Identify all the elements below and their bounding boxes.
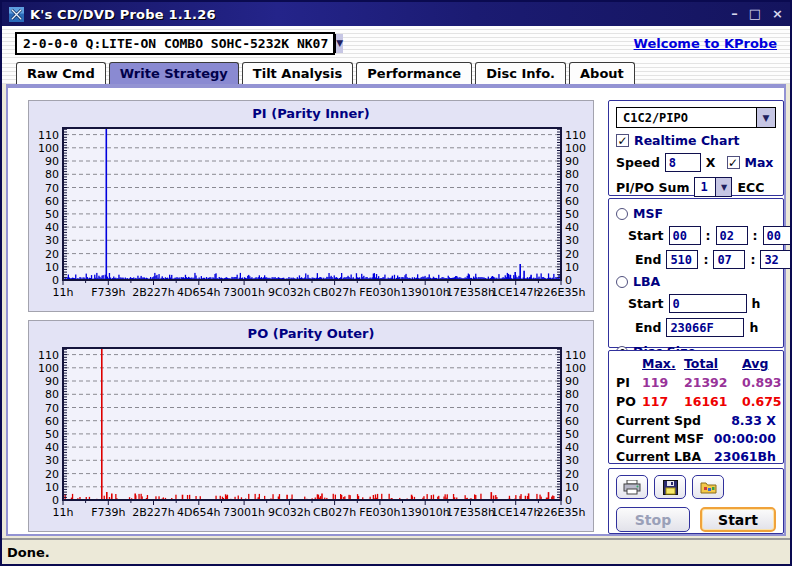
svg-text:60: 60 bbox=[565, 195, 579, 208]
minimize-button[interactable]: – bbox=[731, 7, 738, 21]
lba-start-label: Start bbox=[628, 296, 664, 311]
svg-text:11h: 11h bbox=[53, 506, 74, 519]
current-msf-label: Current MSF bbox=[616, 431, 704, 446]
svg-text:70: 70 bbox=[45, 182, 59, 195]
max-checkbox[interactable] bbox=[727, 156, 740, 169]
svg-text:40: 40 bbox=[45, 441, 59, 454]
svg-text:80: 80 bbox=[45, 168, 59, 181]
welcome-link[interactable]: Welcome to KProbe bbox=[634, 36, 777, 51]
msf-end-min-input[interactable] bbox=[666, 250, 698, 269]
svg-text:10: 10 bbox=[45, 261, 59, 274]
svg-text:9C032h: 9C032h bbox=[268, 506, 311, 519]
svg-text:20: 20 bbox=[565, 468, 579, 481]
chevron-down-icon[interactable]: ▼ bbox=[756, 108, 775, 127]
svg-text:50: 50 bbox=[45, 428, 59, 441]
speed-label: Speed bbox=[616, 155, 660, 170]
app-icon bbox=[9, 7, 24, 22]
realtime-chart-checkbox[interactable] bbox=[616, 134, 629, 147]
lba-end-input[interactable] bbox=[666, 318, 744, 337]
current-lba-value: 23061Bh bbox=[714, 449, 776, 464]
tab-about[interactable]: About bbox=[569, 62, 635, 84]
msf-start-sec-input[interactable] bbox=[716, 226, 748, 245]
pipo-sum-select[interactable]: 1 ▼ bbox=[694, 177, 732, 197]
pi-chart-panel: PI (Parity Inner) 0010102020303040405050… bbox=[28, 100, 594, 312]
svg-text:9C032h: 9C032h bbox=[268, 286, 311, 299]
stop-button[interactable]: Stop bbox=[616, 507, 690, 532]
msf-end-sec-input[interactable] bbox=[713, 250, 745, 269]
svg-text:100: 100 bbox=[38, 362, 59, 375]
range-group: MSF Start : : End : : LBA bbox=[608, 198, 784, 348]
msf-end-frame-input[interactable] bbox=[760, 250, 792, 269]
svg-text:20: 20 bbox=[45, 248, 59, 261]
svg-text:50: 50 bbox=[565, 428, 579, 441]
speed-unit: X bbox=[706, 155, 716, 170]
printer-icon bbox=[623, 480, 641, 495]
export-image-button[interactable] bbox=[692, 475, 724, 499]
main-panel: PI (Parity Inner) 0010102020303040405050… bbox=[6, 84, 786, 536]
drive-selector[interactable]: 2-0-0-0 Q:LITE-ON COMBO SOHC-5232K NK07 … bbox=[15, 32, 335, 55]
lba-start-unit: h bbox=[752, 296, 761, 311]
msf-label: MSF bbox=[633, 206, 663, 221]
svg-text:60: 60 bbox=[45, 415, 59, 428]
svg-text:F739h: F739h bbox=[91, 506, 125, 519]
svg-text:70: 70 bbox=[45, 402, 59, 415]
stats-pi-max: 119 bbox=[642, 375, 684, 390]
svg-text:10: 10 bbox=[45, 481, 59, 494]
current-lba-label: Current LBA bbox=[616, 449, 701, 464]
svg-text:73001h: 73001h bbox=[223, 286, 265, 299]
speed-input[interactable] bbox=[665, 153, 701, 172]
svg-text:110: 110 bbox=[38, 349, 59, 362]
svg-text:17E358h: 17E358h bbox=[446, 506, 495, 519]
start-button[interactable]: Start bbox=[700, 507, 776, 532]
current-spd-value: 8.33 X bbox=[731, 413, 776, 428]
msf-start-label: Start bbox=[628, 228, 664, 243]
pi-chart-title: PI (Parity Inner) bbox=[33, 103, 589, 122]
svg-text:4D654h: 4D654h bbox=[177, 286, 220, 299]
tab-raw-cmd[interactable]: Raw Cmd bbox=[16, 62, 106, 84]
svg-text:30: 30 bbox=[565, 454, 579, 467]
chevron-down-icon[interactable]: ▼ bbox=[334, 34, 343, 53]
svg-text:20: 20 bbox=[565, 248, 579, 261]
stats-pi-label: PI bbox=[616, 375, 642, 390]
svg-text:80: 80 bbox=[45, 388, 59, 401]
svg-text:1CE147h: 1CE147h bbox=[491, 286, 541, 299]
svg-text:60: 60 bbox=[565, 415, 579, 428]
lba-radio[interactable] bbox=[616, 276, 628, 288]
lba-end-unit: h bbox=[749, 320, 758, 335]
tab-tilt-analysis[interactable]: Tilt Analysis bbox=[242, 62, 353, 84]
mode-select[interactable]: C1C2/PIPO ▼ bbox=[616, 107, 776, 128]
svg-text:40: 40 bbox=[45, 221, 59, 234]
max-label: Max bbox=[745, 155, 774, 170]
tab-performance[interactable]: Performance bbox=[356, 62, 472, 84]
tab-strip: Raw Cmd Write Strategy Tilt Analysis Per… bbox=[2, 60, 790, 84]
svg-text:139010h: 139010h bbox=[401, 506, 450, 519]
svg-text:CB027h: CB027h bbox=[313, 506, 356, 519]
chevron-down-icon[interactable]: ▼ bbox=[715, 178, 731, 196]
svg-text:CB027h: CB027h bbox=[313, 286, 356, 299]
stats-po-max: 117 bbox=[642, 394, 684, 409]
stats-pi-avg: 0.893 bbox=[742, 375, 790, 390]
pipo-sum-label: PI/PO Sum bbox=[616, 180, 689, 195]
print-button[interactable] bbox=[616, 475, 648, 499]
close-button[interactable]: × bbox=[772, 7, 783, 21]
msf-start-frame-input[interactable] bbox=[763, 226, 792, 245]
po-chart: 0010102020303040405050606070708080909010… bbox=[33, 342, 591, 524]
svg-text:70: 70 bbox=[565, 182, 579, 195]
lba-label: LBA bbox=[633, 274, 660, 289]
maximize-button[interactable]: □ bbox=[749, 7, 761, 21]
msf-radio[interactable] bbox=[616, 208, 628, 220]
svg-text:110: 110 bbox=[38, 129, 59, 142]
stats-header-max: Max. bbox=[642, 356, 684, 371]
stats-po-total: 16161 bbox=[684, 394, 742, 409]
tab-disc-info[interactable]: Disc Info. bbox=[475, 62, 566, 84]
save-button[interactable] bbox=[654, 475, 686, 499]
title-bar: K's CD/DVD Probe 1.1.26 – □ × bbox=[2, 2, 790, 26]
svg-text:40: 40 bbox=[565, 441, 579, 454]
stats-pi-total: 21392 bbox=[684, 375, 742, 390]
msf-start-min-input[interactable] bbox=[669, 226, 701, 245]
lba-start-input[interactable] bbox=[669, 294, 747, 313]
ecc-label: ECC bbox=[737, 180, 764, 195]
app-window: K's CD/DVD Probe 1.1.26 – □ × 2-0-0-0 Q:… bbox=[0, 0, 792, 566]
svg-text:80: 80 bbox=[565, 168, 579, 181]
tab-write-strategy[interactable]: Write Strategy bbox=[109, 62, 239, 84]
